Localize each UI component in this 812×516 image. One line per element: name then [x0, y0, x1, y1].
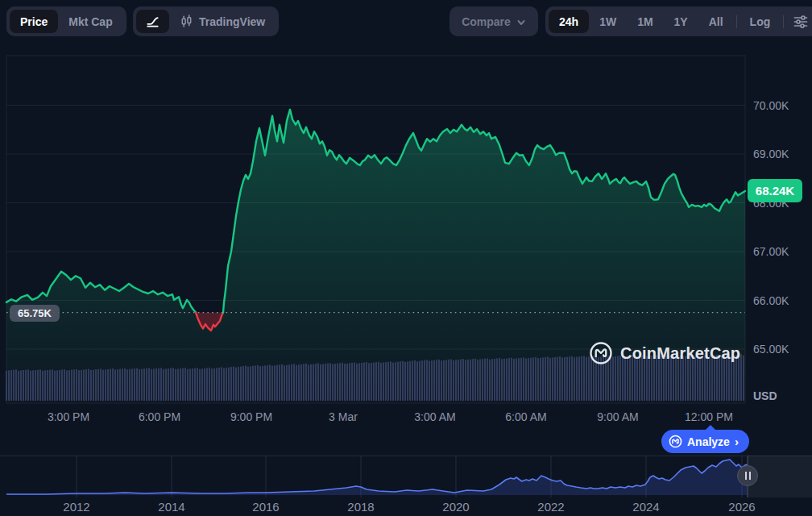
watermark: CoinMarketCap: [589, 341, 740, 365]
coinmarketcap-logo-icon: [589, 341, 613, 365]
analyze-button[interactable]: Analyze ›: [661, 430, 749, 453]
pause-handle-icon: [749, 472, 751, 480]
analyze-chevron-icon: ›: [735, 435, 739, 448]
history-navigator[interactable]: [0, 456, 812, 497]
watermark-text: CoinMarketCap: [620, 344, 740, 363]
analyze-pointer: [705, 425, 716, 431]
open-price-badge: 65.75K: [10, 305, 60, 322]
pause-handle-icon: [745, 472, 747, 480]
last-price-badge: 68.24K: [748, 179, 802, 202]
navigator-handle[interactable]: [737, 465, 758, 486]
analyze-label: Analyze: [687, 435, 730, 448]
analyze-logo-icon: [669, 435, 682, 448]
